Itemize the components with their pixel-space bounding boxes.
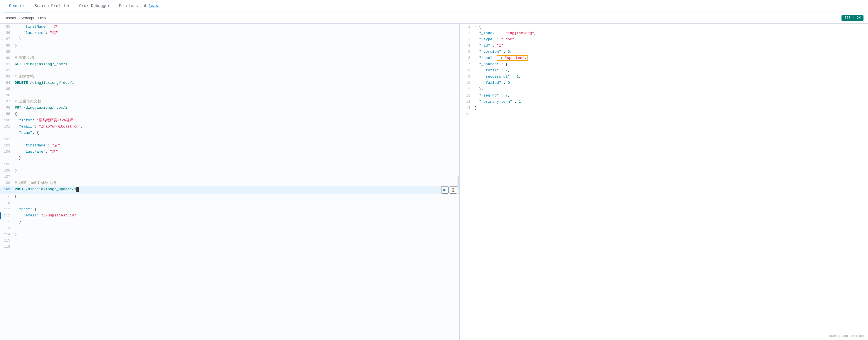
table-row: 98 PUT /dingjiaxiong/_doc/2 (0, 105, 459, 111)
list-item: ▾ 14 } (460, 105, 868, 111)
line-content: "info": "黑马程序员Java讲师", (13, 117, 459, 123)
output-panel[interactable]: 1 ▾ { 2 "_index" : "dingjiaxiong", 3 "_t… (460, 24, 868, 340)
tab-grok-debugger[interactable]: Grok Debugger (75, 0, 115, 12)
list-item: 7 "_shards" : { (460, 61, 868, 67)
editor-scroll[interactable]: 85 "firstName" : 赵 86 "lastName": "赵" ▾ … (0, 24, 459, 340)
line-content: } (13, 36, 459, 42)
output-line-number: ▾ 14 (460, 105, 474, 111)
output-line-number: 7 (460, 61, 474, 67)
line-content: } (13, 168, 459, 174)
line-number: 116 (0, 244, 13, 250)
history-button[interactable]: History (4, 16, 16, 20)
output-line-number: 3 (460, 36, 474, 42)
secondary-toolbar: History Settings Help 200 - OK (0, 12, 868, 24)
line-number: 96 (0, 92, 13, 98)
editor-panel[interactable]: 85 "firstName" : 赵 86 "lastName": "赵" ▾ … (0, 24, 460, 340)
output-line-number: ▾ 11 (460, 86, 474, 92)
list-item: 2 "_index" : "dingjiaxiong", (460, 30, 868, 36)
toolbar-left: History Settings Help (4, 16, 46, 20)
line-number: 112 (0, 213, 13, 219)
output-line-number: 2 (460, 30, 474, 36)
list-item: 3 "_type" : "_doc", (460, 36, 868, 42)
copy-as-curl-button[interactable]: ⌛ (450, 186, 457, 194)
table-row: ▾ 110 { (0, 194, 459, 206)
output-line-content: }, (474, 86, 868, 92)
line-number: ▾ 87 (0, 36, 13, 42)
output-line-number: 1 (460, 24, 474, 30)
line-content: "doc": { (13, 206, 459, 213)
line-content: # 查询文档 (13, 55, 459, 61)
tab-grok-debugger-label: Grok Debugger (79, 4, 110, 8)
output-line-number: 10 (460, 80, 474, 86)
line-content: "firstName" : 赵 (13, 24, 459, 30)
tab-search-profiler[interactable]: Search Profiler (30, 0, 75, 12)
top-navigation: Console Search Profiler Grok Debugger Pa… (0, 0, 868, 12)
table-row: ▾ 99 { (0, 111, 459, 117)
panel-divider[interactable]: ⁝ (458, 176, 460, 188)
line-content: "name": { (13, 130, 459, 136)
table-row: ▾ 87 } (0, 36, 459, 42)
line-content: } (13, 231, 459, 237)
line-number: 103 (0, 142, 13, 149)
line-number: 92 (0, 67, 13, 74)
line-number: 94 (0, 80, 13, 86)
line-number: 108 (0, 180, 13, 186)
line-number: 98 (0, 105, 13, 111)
line-content: # 全量修改文档 (13, 98, 459, 105)
line-number: 114 (0, 231, 13, 237)
line-content: "email":"ZYun@itcast.cn" (13, 213, 459, 219)
line-number: ▾ 102 (0, 130, 13, 142)
editor-highlighted-line: 109 POST /dingjiaxiong/_update/1 ▶ ⌛ (0, 186, 459, 194)
line-content: "lastName": "赵" (13, 30, 459, 36)
line-number: 104 (0, 149, 13, 155)
output-line-number: 6 (460, 55, 474, 61)
line-number: 85 (0, 24, 13, 30)
list-item: 9 "successful" : 1, (460, 74, 868, 80)
output-line-content: "_seq_no" : 7, (474, 92, 868, 99)
table-row: 94 DELETE /dingjiaxiong/_doc/1 (0, 80, 459, 86)
output-line-number: 15 (460, 111, 474, 118)
result-highlight: : "updated", (497, 55, 528, 61)
settings-button[interactable]: Settings (20, 16, 34, 20)
output-line-number: 9 (460, 74, 474, 80)
line-content: "lastName": "赵" (13, 149, 459, 155)
output-line-content: "_shards" : { (474, 61, 868, 67)
output-line-number: 13 (460, 99, 474, 105)
line-number: 115 (0, 237, 13, 244)
output-line-content: "_index" : "dingjiaxiong", (474, 30, 868, 36)
run-button[interactable]: ▶ (441, 186, 448, 194)
table-row: 96 (0, 92, 459, 98)
line-number: 86 (0, 30, 13, 36)
help-button[interactable]: Help (38, 16, 46, 20)
line-actions: ▶ ⌛ (441, 186, 457, 194)
tab-console[interactable]: Console (4, 0, 30, 12)
line-number: 91 (0, 61, 13, 67)
line-content: # 增量【局部】修改文档 (13, 180, 459, 186)
table-row: 85 "firstName" : 赵 (0, 24, 459, 30)
table-row: 86 "lastName": "赵" (0, 30, 459, 36)
output-line-content: "_id" : "1", (474, 42, 868, 49)
tab-painless-lab[interactable]: Painless Lab BETA (115, 0, 164, 12)
table-row: 104 "lastName": "赵" (0, 149, 459, 155)
output-line-content: "failed" : 0 (474, 80, 868, 86)
output-line-number: 8 (460, 67, 474, 74)
line-number: ▾ 99 (0, 111, 13, 117)
output-line-content: "_primary_term" : 1 (474, 99, 868, 105)
list-item: 1 ▾ { (460, 24, 868, 30)
table-row: 107 (0, 174, 459, 180)
line-number: 95 (0, 86, 13, 92)
table-row: ▾ 105 } (0, 155, 459, 168)
line-number: 89 (0, 49, 13, 55)
tab-painless-lab-label: Painless Lab (119, 4, 148, 8)
table-row: 108 # 增量【局部】修改文档 (0, 180, 459, 186)
output-line-number: 12 (460, 92, 474, 99)
line-number: 111 (0, 206, 13, 213)
list-item: 12 "_seq_no" : 7, (460, 92, 868, 99)
output-line-number: 4 (460, 42, 474, 49)
line-content: GET /dingjiaxiong/_doc/1 (13, 61, 459, 67)
line-content: "firstName": "云", (13, 142, 459, 149)
line-content: } (13, 219, 459, 225)
beta-badge: BETA (149, 4, 159, 8)
output-line-number: 5 (460, 49, 474, 55)
output-line-content: "_version" : 5, (474, 49, 868, 55)
